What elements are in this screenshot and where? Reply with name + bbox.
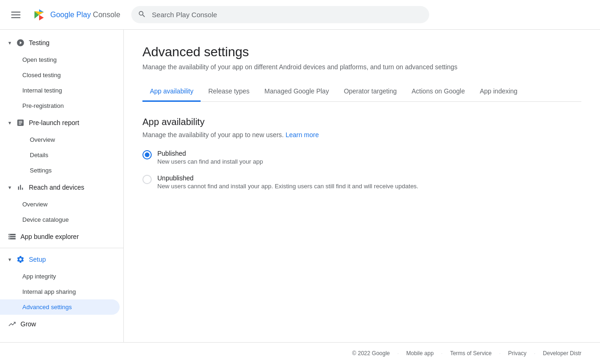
sidebar-item-overview[interactable]: Overview [0,132,123,147]
footer-developer-distr[interactable]: Developer Distr [543,350,581,357]
menu-button[interactable] [7,8,24,22]
search-bar [131,6,429,23]
setup-gear-icon [16,255,25,264]
topbar: Google Play Console [0,0,600,30]
app-bundle-section: App bundle explorer [0,227,123,246]
reach-section-header[interactable]: ▼ Reach and devices [0,178,123,197]
testing-section-header[interactable]: ▼ Testing [0,33,123,52]
setup-label: Setup [29,256,46,263]
reach-label: Reach and devices [29,184,84,191]
footer-privacy[interactable]: Privacy [508,350,526,357]
reach-section: ▼ Reach and devices Overview Device cata… [0,178,123,227]
testing-section: ▼ Testing Open testing Closed testing In… [0,33,123,113]
tab-app-indexing[interactable]: App indexing [472,82,525,102]
sidebar-item-settings[interactable]: Settings [0,163,123,178]
published-radio[interactable] [142,150,152,159]
testing-icon [16,38,25,47]
main-layout: ▼ Testing Open testing Closed testing In… [0,30,600,342]
sidebar-item-pre-registration[interactable]: Pre-registration [0,98,123,113]
sidebar: ▼ Testing Open testing Closed testing In… [0,30,124,342]
sidebar-item-open-testing[interactable]: Open testing [0,52,123,67]
testing-arrow-icon: ▼ [7,40,12,46]
tab-operator-targeting[interactable]: Operator targeting [337,82,404,102]
published-desc: New users can find and install your app [157,158,263,165]
page-subtitle: Manage the availability of your app on d… [142,63,581,71]
pre-launch-arrow-icon: ▼ [7,120,12,126]
unpublished-label: Unpublished [157,174,418,182]
app-bundle-icon [7,232,17,241]
setup-section-header[interactable]: ▼ Setup [0,250,123,269]
footer-terms[interactable]: Terms of Service [450,350,492,357]
grow-section: Grow [0,315,123,333]
pre-launch-icon [16,118,25,127]
setup-section: ▼ Setup App integrity Internal app shari… [0,250,123,315]
learn-more-link[interactable]: Learn more [285,131,319,139]
footer-copyright: © 2022 Google [352,350,390,357]
reach-arrow-icon: ▼ [7,185,12,190]
tabs-bar: App availability Release types Managed G… [142,82,581,102]
content-area: Advanced settings Manage the availabilit… [124,30,600,342]
footer-dot-4: · [534,350,535,357]
page-title: Advanced settings [142,45,581,60]
tab-managed-google-play[interactable]: Managed Google Play [257,82,337,102]
testing-label: Testing [29,39,49,46]
tab-release-types[interactable]: Release types [201,82,257,102]
footer: © 2022 Google · Mobile app · Terms of Se… [0,342,600,364]
sidebar-item-closed-testing[interactable]: Closed testing [0,67,123,83]
unpublished-option[interactable]: Unpublished New users cannot find and in… [142,174,581,190]
search-input[interactable] [131,6,429,23]
footer-dot-1: · [398,350,399,357]
sidebar-divider [0,248,123,248]
grow-section-header[interactable]: Grow [0,315,123,333]
footer-dot-3: · [499,350,500,357]
grow-icon [7,319,17,329]
published-label: Published [157,150,263,157]
sidebar-item-advanced-settings[interactable]: Advanced settings [0,299,120,315]
footer-mobile-app[interactable]: Mobile app [406,350,434,357]
sidebar-item-app-integrity[interactable]: App integrity [0,269,123,284]
tab-app-availability[interactable]: App availability [142,82,201,102]
app-bundle-label: App bundle explorer [20,233,79,240]
sidebar-item-reach-overview[interactable]: Overview [0,197,123,212]
sidebar-item-device-catalogue[interactable]: Device catalogue [0,212,123,227]
section-title: App availability [142,117,581,127]
pre-launch-section-header[interactable]: ▼ Pre-launch report [0,113,123,132]
logo[interactable]: Google Play Console [32,7,120,22]
unpublished-desc: New users cannot find and install your a… [157,183,418,190]
section-desc: Manage the availability of your app to n… [142,131,581,139]
pre-launch-section: ▼ Pre-launch report Overview Details Set… [0,113,123,178]
published-option-text: Published New users can find and install… [157,150,263,165]
footer-dot-2: · [441,350,443,357]
logo-icon [32,7,47,22]
app-bundle-section-header[interactable]: App bundle explorer [0,227,123,246]
published-option[interactable]: Published New users can find and install… [142,150,581,165]
reach-icon [16,183,25,192]
unpublished-option-text: Unpublished New users cannot find and in… [157,174,418,190]
logo-text: Google Play Console [50,11,120,19]
tab-actions-on-google[interactable]: Actions on Google [404,82,472,102]
sidebar-item-internal-app-sharing[interactable]: Internal app sharing [0,284,123,299]
pre-launch-label: Pre-launch report [29,119,79,126]
grow-label: Grow [20,320,36,328]
sidebar-item-internal-testing[interactable]: Internal testing [0,83,123,98]
unpublished-radio[interactable] [142,175,152,184]
sidebar-item-details[interactable]: Details [0,147,123,163]
search-icon [138,10,146,20]
setup-arrow-icon: ▼ [7,257,12,262]
